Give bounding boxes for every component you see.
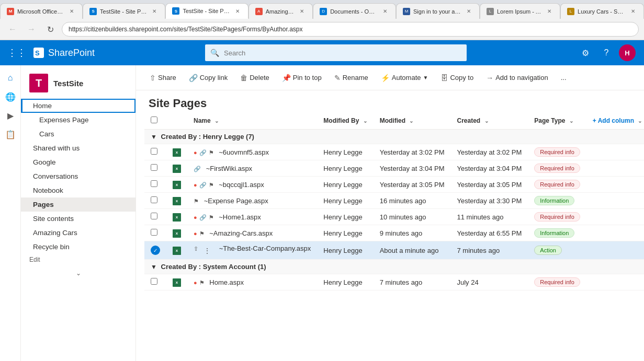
user-avatar[interactable]: H	[619, 44, 636, 61]
row8-check[interactable]	[144, 274, 166, 290]
row7-more-icon[interactable]: ⋮	[200, 246, 214, 256]
sidebar-item-recycle-bin[interactable]: Recycle bin	[21, 240, 135, 254]
tab-testsite-active[interactable]: S TestSite - Site Pages - ✕	[165, 3, 248, 19]
row2-check[interactable]	[144, 160, 166, 177]
delete-button[interactable]: 🗑 Delete	[235, 71, 275, 85]
rename-button[interactable]: ✎ Rename	[329, 71, 374, 85]
row3-filename[interactable]: ~bqccqjl1.aspx	[219, 181, 264, 189]
col-page-type[interactable]: Page Type ⌄	[528, 112, 586, 130]
copy-to-button[interactable]: 🗄 Copy to	[435, 71, 479, 85]
settings-icon[interactable]: ⚙	[577, 44, 594, 61]
sidebar-item-cars[interactable]: Cars	[21, 127, 135, 141]
forward-button[interactable]: →	[24, 22, 39, 37]
group-chevron-henry[interactable]: ▼	[151, 133, 157, 141]
tab-lorem[interactable]: L Lorem Ipsum - All the ✕	[480, 3, 560, 19]
row8-filename[interactable]: Home.aspx	[209, 278, 244, 286]
row8-checkbox[interactable]	[151, 278, 157, 285]
col-modified[interactable]: Modified ⌄	[374, 112, 451, 130]
group-chevron-system[interactable]: ▼	[151, 263, 157, 271]
reload-button[interactable]: ↻	[43, 22, 58, 37]
sidebar-item-amazing-cars[interactable]: Amazing Cars	[21, 226, 135, 240]
rail-pages-icon[interactable]: 📋	[2, 126, 19, 143]
row1-check[interactable]	[144, 144, 166, 160]
row4-check[interactable]	[144, 193, 166, 209]
col-created[interactable]: Created ⌄	[450, 112, 528, 130]
row4-filename[interactable]: ~Expense Page.aspx	[204, 197, 268, 205]
row5-checkbox[interactable]	[151, 213, 157, 219]
tab-close-6[interactable]: ✕	[465, 7, 473, 15]
col-name[interactable]: Name ⌄	[187, 112, 317, 130]
col-modified-by[interactable]: Modified By ⌄	[317, 112, 373, 130]
tab-luxury-cars[interactable]: L Luxury Cars - Sedans... ✕	[560, 3, 644, 19]
row8-bookmark-icon[interactable]: ⚑	[199, 280, 205, 286]
row7-filename[interactable]: ~The-Best-Car-Company.aspx	[219, 244, 311, 252]
row1-bookmark-icon[interactable]: ⚑	[209, 149, 214, 156]
add-to-nav-button[interactable]: → Add to navigation	[481, 71, 553, 85]
tab-microsoft-office[interactable]: M Microsoft Office Home ✕	[0, 3, 83, 19]
help-icon[interactable]: ?	[598, 44, 615, 61]
row3-checkbox[interactable]	[151, 180, 157, 187]
rail-network-icon[interactable]: 🌐	[2, 88, 19, 105]
row1-checkbox[interactable]	[151, 148, 157, 155]
tab-close-2[interactable]: ✕	[150, 7, 159, 15]
share-button[interactable]: ⇧ Share	[144, 71, 182, 85]
row7-share-icon[interactable]: ⇧	[194, 246, 198, 256]
automate-button[interactable]: ⚡ Automate ▼	[376, 71, 434, 85]
col-check[interactable]	[144, 112, 166, 130]
row5-share-icon[interactable]: 🔗	[199, 214, 207, 221]
sidebar-item-expenses[interactable]: Expenses Page	[21, 113, 135, 127]
tab-close-7[interactable]: ✕	[545, 7, 553, 15]
col-add-column[interactable]: + Add column ⌄	[586, 112, 644, 130]
tab-close-1[interactable]: ✕	[67, 7, 76, 15]
rail-media-icon[interactable]: ▶	[2, 107, 19, 124]
group-label-system[interactable]: ▼ Created By : System Account (1)	[144, 260, 644, 274]
group-row-system[interactable]: ▼ Created By : System Account (1)	[144, 260, 644, 274]
url-bar[interactable]	[62, 22, 639, 37]
row6-check[interactable]	[144, 225, 166, 241]
tab-onedrive[interactable]: D Documents - OneDri... ✕	[313, 3, 396, 19]
tab-close-5[interactable]: ✕	[381, 7, 389, 15]
tab-close-4[interactable]: ✕	[298, 7, 306, 15]
tab-close-3[interactable]: ✕	[233, 7, 242, 15]
sidebar-item-notebook[interactable]: Notebook	[21, 183, 135, 197]
sidebar-item-shared[interactable]: Shared with us	[21, 141, 135, 155]
row5-filename[interactable]: ~Home1.aspx	[219, 213, 261, 221]
tab-close-8[interactable]: ✕	[629, 7, 637, 15]
row3-bookmark-icon[interactable]: ⚑	[209, 182, 214, 189]
sidebar-item-pages[interactable]: Pages	[21, 197, 135, 212]
row3-check[interactable]	[144, 177, 166, 193]
row2-share-icon[interactable]: 🔗	[194, 166, 201, 172]
row1-share-icon[interactable]: 🔗	[199, 149, 207, 156]
tab-amazing-cars[interactable]: A Amazing Cars ✕	[248, 3, 313, 19]
sidebar-collapse-btn[interactable]: ⌄	[21, 265, 135, 281]
add-column-label[interactable]: + Add column	[593, 117, 634, 124]
row1-filename[interactable]: ~6uovmnf5.aspx	[219, 148, 269, 156]
row3-share-icon[interactable]: 🔗	[199, 182, 207, 189]
copy-link-button[interactable]: 🔗 Copy link	[184, 71, 233, 85]
more-button[interactable]: ...	[556, 71, 572, 85]
group-label-henry[interactable]: ▼ Created By : Henry Legge (7)	[144, 130, 644, 144]
sidebar-item-conversations[interactable]: Conversations	[21, 169, 135, 183]
sidebar-item-edit[interactable]: Edit	[21, 254, 135, 265]
row5-bookmark-icon[interactable]: ⚑	[209, 214, 214, 221]
sp-logo[interactable]: S SharePoint	[33, 48, 95, 59]
tab-signin[interactable]: M Sign in to your accou... ✕	[396, 3, 480, 19]
row6-bookmark-icon[interactable]: ⚑	[199, 230, 205, 237]
row2-checkbox[interactable]	[151, 164, 157, 171]
rail-home-icon[interactable]: ⌂	[2, 69, 19, 86]
waffle-menu[interactable]: ⋮⋮	[8, 44, 25, 61]
sp-search-input[interactable]	[205, 44, 467, 61]
pin-to-top-button[interactable]: 📌 Pin to top	[277, 71, 327, 85]
row4-checkbox[interactable]	[151, 196, 157, 203]
group-row-henry[interactable]: ▼ Created By : Henry Legge (7)	[144, 130, 644, 144]
sidebar-item-home[interactable]: Home	[21, 99, 135, 113]
select-all-checkbox[interactable]	[151, 117, 157, 123]
row4-bookmark-icon[interactable]: ⚑	[194, 198, 199, 205]
row6-checkbox[interactable]	[151, 229, 157, 236]
row7-check[interactable]: ✓	[144, 241, 166, 260]
row5-check[interactable]	[144, 209, 166, 225]
sidebar-item-google[interactable]: Google	[21, 155, 135, 169]
tab-testsite-2[interactable]: S TestSite - Site Pages - ✕	[83, 3, 165, 19]
row6-filename[interactable]: ~Amazing-Cars.aspx	[209, 229, 273, 237]
sidebar-item-site-contents[interactable]: Site contents	[21, 212, 135, 226]
